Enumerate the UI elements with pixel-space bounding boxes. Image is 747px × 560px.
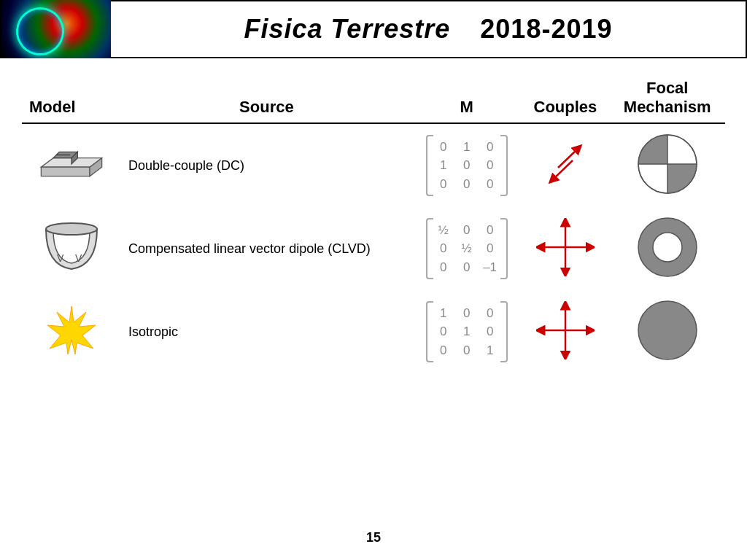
- couples-clvd: [521, 207, 609, 290]
- table-row-isotropic: Isotropic 100 010 001: [22, 290, 725, 373]
- dc-focal-icon: [635, 131, 700, 197]
- svg-marker-21: [47, 306, 96, 354]
- matrix-isotropic: 100 010 001: [412, 290, 522, 373]
- clvd-model-icon: V V: [39, 214, 104, 280]
- focal-clvd: [609, 207, 725, 290]
- clvd-focal-icon: [635, 214, 700, 280]
- table-header-row: Model Source M Couples FocalMechanism: [22, 73, 725, 123]
- col-m: M: [412, 73, 522, 123]
- header-image: [1, 0, 111, 58]
- matrix-dc-display: 010 100 000: [426, 135, 508, 197]
- table-row-dc: Double-couple (DC) 010 100 000: [22, 123, 725, 207]
- focal-dc: [609, 123, 725, 207]
- source-dc: Double-couple (DC): [121, 123, 412, 207]
- source-clvd: Compensated linear vector dipole (CLVD): [121, 207, 412, 290]
- header: Fisica Terrestre 2018-2019: [0, 0, 747, 58]
- main-content: Model Source M Couples FocalMechanism: [0, 58, 747, 381]
- model-isotropic: [22, 290, 121, 373]
- title-text: Fisica Terrestre: [244, 14, 450, 44]
- header-title: Fisica Terrestre 2018-2019: [111, 14, 746, 44]
- content-table: Model Source M Couples FocalMechanism: [22, 73, 725, 373]
- page-number: 15: [366, 530, 381, 545]
- couples-dc: [521, 123, 609, 207]
- matrix-isotropic-display: 100 010 001: [426, 301, 508, 363]
- svg-point-20: [653, 233, 682, 262]
- source-isotropic: Isotropic: [121, 290, 412, 373]
- year-text: 2018-2019: [480, 14, 612, 44]
- matrix-clvd: ½00 0½0 00–1: [412, 207, 522, 290]
- clvd-couples-icon: [536, 218, 595, 276]
- matrix-dc: 010 100 000: [412, 123, 522, 207]
- model-dc: [22, 123, 121, 207]
- isotropic-couples-icon: [536, 301, 595, 359]
- col-source: Source: [121, 73, 412, 123]
- isotropic-model-icon: [46, 305, 97, 356]
- couples-isotropic: [521, 290, 609, 373]
- isotropic-focal-icon: [635, 298, 700, 363]
- svg-marker-1: [41, 167, 90, 176]
- dc-couples-icon: [536, 135, 595, 193]
- table-row-clvd: V V Compensated linear vector dipole (CL…: [22, 207, 725, 290]
- model-clvd: V V: [22, 207, 121, 290]
- col-couples: Couples: [521, 73, 609, 123]
- svg-text:V: V: [57, 252, 64, 264]
- svg-text:V: V: [75, 252, 82, 264]
- svg-point-12: [46, 223, 97, 235]
- dc-model-icon: [35, 142, 108, 186]
- col-focal: FocalMechanism: [609, 73, 725, 123]
- svg-point-26: [638, 301, 697, 359]
- col-model: Model: [22, 73, 121, 123]
- focal-isotropic: [609, 290, 725, 373]
- matrix-clvd-display: ½00 0½0 00–1: [426, 218, 508, 280]
